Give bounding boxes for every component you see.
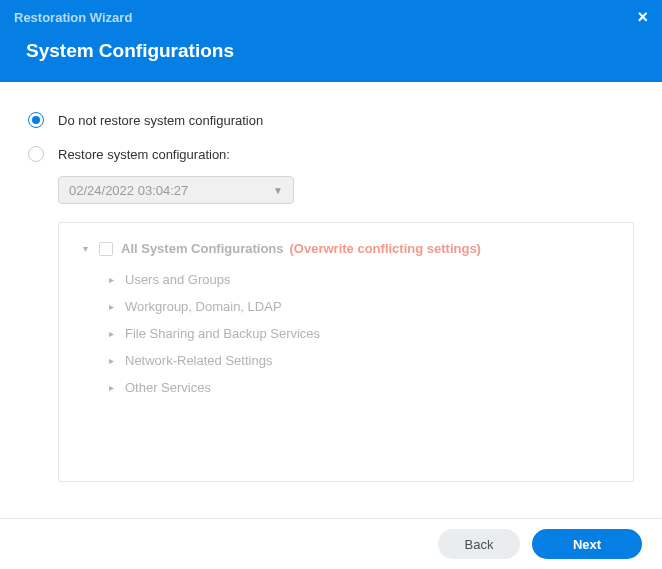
tree-item-label: Users and Groups (125, 272, 231, 287)
tree-root-warning: (Overwrite conflicting settings) (290, 241, 481, 256)
tree-item[interactable]: Other Services (69, 374, 623, 401)
expand-icon[interactable] (109, 274, 119, 285)
radio-label: Do not restore system configuration (58, 113, 263, 128)
restore-date-wrap: 02/24/2022 03:04:27 ▼ (28, 176, 634, 204)
chevron-down-icon: ▼ (273, 185, 283, 196)
option-do-not-restore[interactable]: Do not restore system configuration (28, 112, 634, 128)
expand-icon[interactable] (109, 382, 119, 393)
next-button[interactable]: Next (532, 529, 642, 559)
window-title: Restoration Wizard (14, 10, 132, 25)
radio-icon (28, 146, 44, 162)
footer: Back Next (0, 518, 662, 569)
tree-root[interactable]: All System Configurations (Overwrite con… (69, 237, 623, 266)
content: Do not restore system configuration Rest… (0, 82, 662, 492)
expand-icon[interactable] (109, 355, 119, 366)
tree-item[interactable]: Workgroup, Domain, LDAP (69, 293, 623, 320)
restore-date-dropdown[interactable]: 02/24/2022 03:04:27 ▼ (58, 176, 294, 204)
radio-label: Restore system configuration: (58, 147, 230, 162)
tree-item-label: Other Services (125, 380, 211, 395)
tree-root-label: All System Configurations (121, 241, 284, 256)
radio-icon (28, 112, 44, 128)
config-tree: All System Configurations (Overwrite con… (58, 222, 634, 482)
back-button[interactable]: Back (438, 529, 520, 559)
page-title: System Configurations (0, 30, 662, 82)
tree-item-label: Network-Related Settings (125, 353, 272, 368)
titlebar: Restoration Wizard × (0, 0, 662, 30)
dropdown-value: 02/24/2022 03:04:27 (69, 183, 188, 198)
expand-icon[interactable] (83, 243, 93, 254)
checkbox[interactable] (99, 242, 113, 256)
expand-icon[interactable] (109, 301, 119, 312)
tree-item[interactable]: File Sharing and Backup Services (69, 320, 623, 347)
tree-item-label: Workgroup, Domain, LDAP (125, 299, 282, 314)
option-restore[interactable]: Restore system configuration: (28, 146, 634, 162)
expand-icon[interactable] (109, 328, 119, 339)
close-icon[interactable]: × (637, 8, 648, 26)
tree-item-label: File Sharing and Backup Services (125, 326, 320, 341)
header: Restoration Wizard × System Configuratio… (0, 0, 662, 82)
tree-item[interactable]: Network-Related Settings (69, 347, 623, 374)
tree-item[interactable]: Users and Groups (69, 266, 623, 293)
